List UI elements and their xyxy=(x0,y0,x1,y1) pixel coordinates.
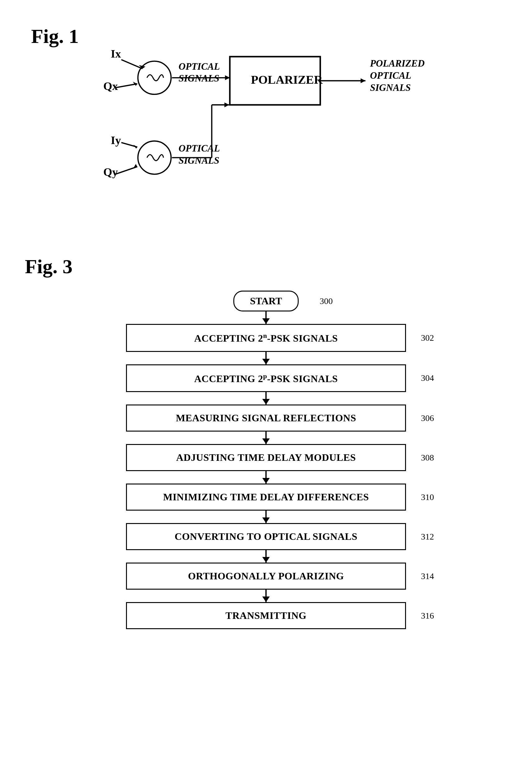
arrow-6 xyxy=(265,550,267,563)
ref-302: 302 xyxy=(421,333,434,343)
ref-306: 306 xyxy=(421,413,434,423)
svg-line-0 xyxy=(121,60,142,69)
svg-point-15 xyxy=(138,141,171,174)
svg-text:SIGNALS: SIGNALS xyxy=(178,155,219,166)
svg-text:SIGNALS: SIGNALS xyxy=(178,73,219,84)
svg-marker-4 xyxy=(133,82,137,86)
ref-316: 316 xyxy=(421,611,434,621)
polarizer-label: POLARIZER xyxy=(251,73,323,86)
arrow-1 xyxy=(265,352,267,364)
ref-308: 308 xyxy=(421,453,434,463)
arrow-4 xyxy=(265,471,267,484)
arrow-0 xyxy=(265,312,267,324)
ref-304: 304 xyxy=(421,373,434,383)
svg-line-3 xyxy=(115,84,137,88)
fig3-title: Fig. 3 xyxy=(25,255,73,278)
fig1-diagram: Ix Qx OPTICAL SIGNALS POLARIZER xyxy=(25,19,507,230)
step-308: ADJUSTING TIME DELAY MODULES xyxy=(126,444,406,471)
step-306: MEASURING SIGNAL REFLECTIONS xyxy=(126,405,406,431)
step-314: ORTHOGONALLY POLARIZING xyxy=(126,563,406,590)
fig3-section: Fig. 3 START 300 ACCEPTING 2n-PSK SIGNAL… xyxy=(25,255,507,629)
fig1-section: Fig. 1 Ix Qx OPTICAL SIGNALS xyxy=(25,19,507,230)
svg-marker-10 xyxy=(361,78,366,83)
svg-marker-22 xyxy=(224,102,229,107)
svg-text:OPTICAL: OPTICAL xyxy=(370,70,411,81)
svg-point-2 xyxy=(138,61,171,94)
svg-text:SIGNALS: SIGNALS xyxy=(370,82,411,93)
ref-312: 312 xyxy=(421,532,434,542)
polarized-label: POLARIZED xyxy=(370,58,425,69)
iy-label: Iy xyxy=(111,134,121,147)
qy-label: Qy xyxy=(103,166,118,178)
step-302: ACCEPTING 2n-PSK SIGNALS xyxy=(126,324,406,352)
optical-signals-bottom-label: OPTICAL xyxy=(178,143,220,154)
step-312: CONVERTING TO OPTICAL SIGNALS xyxy=(126,523,406,550)
arrow-5 xyxy=(265,510,267,523)
ref-310: 310 xyxy=(421,492,434,502)
step-316: TRANSMITTING xyxy=(126,602,406,629)
ref-314: 314 xyxy=(421,571,434,581)
start-node: START xyxy=(233,291,298,312)
page: Fig. 1 Ix Qx OPTICAL SIGNALS xyxy=(0,0,532,781)
arrow-7 xyxy=(265,590,267,602)
step-310: MINIMIZING TIME DELAY DIFFERENCES xyxy=(126,484,406,510)
ix-label: Ix xyxy=(111,47,121,60)
optical-signals-top-label: OPTICAL xyxy=(178,61,220,72)
qx-label: Qx xyxy=(103,80,118,92)
start-label: START xyxy=(250,295,282,306)
arrow-2 xyxy=(265,392,267,405)
flowchart: START 300 ACCEPTING 2n-PSK SIGNALS 302 A… xyxy=(25,291,507,629)
step-304: ACCEPTING 2p-PSK SIGNALS xyxy=(126,364,406,393)
ref-300: 300 xyxy=(320,296,333,306)
arrow-3 xyxy=(265,431,267,444)
